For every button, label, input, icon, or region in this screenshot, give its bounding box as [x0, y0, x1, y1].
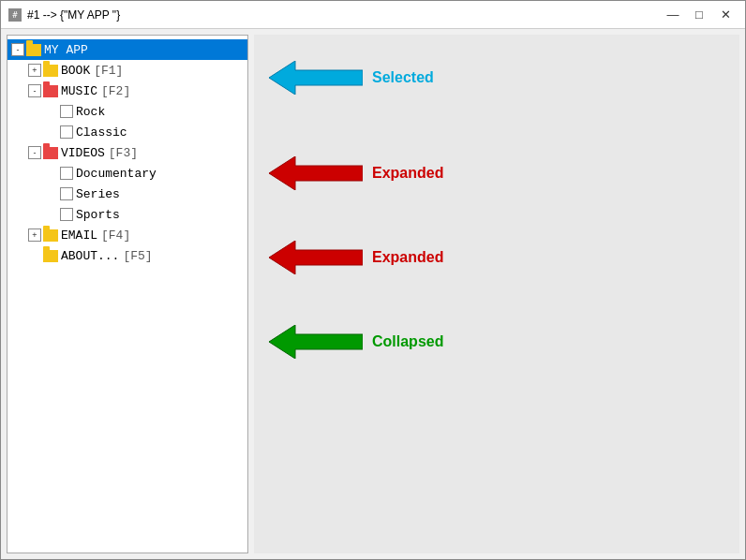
tree-node-music[interactable]: - MUSIC [F2] [7, 81, 247, 101]
tree-node-book[interactable]: + BOOK [F1] [7, 60, 247, 81]
page-icon-classic [60, 125, 73, 139]
no-expand-rock [45, 105, 58, 118]
selected-annotation: Selected [269, 61, 434, 95]
no-expand-classic [45, 125, 58, 139]
tree-node-series[interactable]: Series [7, 184, 247, 204]
shortcut-email: [F4] [101, 228, 130, 243]
tree-node-rock[interactable]: Rock [7, 101, 247, 122]
expanded-videos-arrow-icon [269, 241, 363, 274]
collapsed-label: Collapsed [372, 333, 443, 350]
tree-node-email[interactable]: + EMAIL [F4] [7, 225, 247, 245]
expanded-music-label: Expanded [372, 165, 443, 182]
folder-icon-videos [43, 147, 58, 159]
page-icon-rock [60, 105, 73, 118]
expanded-videos-label: Expanded [372, 249, 443, 266]
tree-node-about[interactable]: ABOUT... [F5] [7, 245, 247, 266]
node-label-about: ABOUT... [61, 249, 119, 263]
tree-node-documentary[interactable]: Documentary [7, 163, 247, 184]
tree-node-sports[interactable]: Sports [7, 204, 247, 225]
page-icon-sports [60, 208, 73, 221]
no-expand-series [45, 187, 58, 200]
expand-email[interactable]: + [28, 228, 41, 242]
node-label-myapp: MY APP [44, 43, 88, 57]
selected-label: Selected [372, 69, 434, 86]
node-label-videos: VIDEOS [61, 146, 105, 160]
svg-marker-3 [269, 325, 363, 359]
tree-node-classic[interactable]: Classic [7, 122, 247, 142]
node-label-documentary: Documentary [76, 167, 157, 181]
folder-icon-music [43, 85, 58, 97]
tree-panel[interactable]: - MY APP + BOOK [F1] - MUSIC [F2] [7, 35, 248, 553]
tree-node-myapp[interactable]: - MY APP [7, 39, 247, 60]
collapsed-arrow-icon [269, 325, 363, 359]
minimize-button[interactable]: — [661, 5, 685, 25]
expand-videos[interactable]: - [28, 146, 41, 159]
page-icon-documentary [60, 167, 73, 180]
shortcut-about: [F5] [123, 249, 152, 263]
main-window: # #1 --> {"MY APP "} — □ ✕ - MY APP + BO… [0, 0, 746, 560]
collapsed-annotation: Collapsed [269, 325, 443, 359]
node-label-classic: Classic [76, 125, 127, 140]
annotation-area: Selected Expanded Expanded [254, 35, 739, 553]
expand-book[interactable]: + [28, 64, 41, 77]
node-label-rock: Rock [76, 105, 105, 119]
window-controls: — □ ✕ [661, 5, 738, 25]
folder-icon-myapp [26, 44, 41, 56]
node-label-email: EMAIL [61, 228, 97, 243]
node-label-series: Series [76, 187, 120, 201]
maximize-button[interactable]: □ [687, 5, 711, 25]
title-bar: # #1 --> {"MY APP "} — □ ✕ [1, 1, 745, 29]
expanded-videos-annotation: Expanded [269, 241, 443, 274]
folder-icon-about [43, 250, 58, 262]
shortcut-music: [F2] [101, 84, 130, 98]
no-expand-about [28, 249, 41, 262]
window-title: #1 --> {"MY APP "} [27, 8, 661, 22]
folder-icon-book [43, 65, 58, 77]
page-icon-series [60, 187, 73, 200]
selected-arrow-icon [269, 61, 363, 95]
svg-marker-2 [269, 241, 363, 274]
tree-node-videos[interactable]: - VIDEOS [F3] [7, 142, 247, 163]
svg-marker-0 [269, 61, 363, 95]
close-button[interactable]: ✕ [713, 5, 738, 25]
expand-music[interactable]: - [28, 84, 41, 97]
expanded-music-annotation: Expanded [269, 156, 443, 190]
window-icon: # [8, 8, 22, 22]
no-expand-sports [45, 208, 58, 221]
shortcut-videos: [F3] [109, 146, 138, 160]
shortcut-book: [F1] [94, 64, 123, 78]
expanded-music-arrow-icon [269, 156, 363, 190]
folder-icon-email [43, 229, 58, 242]
no-expand-documentary [45, 167, 58, 180]
node-label-music: MUSIC [61, 84, 97, 98]
expand-myapp[interactable]: - [11, 43, 24, 56]
node-label-book: BOOK [61, 64, 90, 78]
node-label-sports: Sports [76, 208, 120, 222]
svg-marker-1 [269, 156, 363, 190]
content-area: - MY APP + BOOK [F1] - MUSIC [F2] [1, 29, 745, 559]
